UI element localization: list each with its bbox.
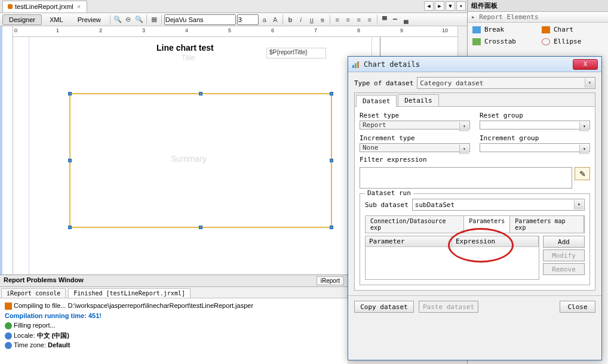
resize-handle[interactable] <box>330 92 333 95</box>
valign-top-icon[interactable]: ▀ <box>380 15 389 24</box>
log-text: Filling report... <box>14 322 56 329</box>
guide-line <box>29 37 29 274</box>
palette-item-chart[interactable]: Chart <box>538 24 607 35</box>
sub-dataset-combo[interactable]: subDataSet▾ <box>412 199 585 211</box>
font-family-select[interactable] <box>164 14 236 25</box>
title-band-label: Title <box>182 54 195 62</box>
ireport-output-tab[interactable]: iReport <box>317 276 344 285</box>
font-smaller-icon[interactable]: a <box>260 15 269 24</box>
log-text: Compiling to file... D:\workspace\jasper… <box>14 302 253 309</box>
problems-title: Report Problems Window <box>4 276 84 285</box>
palette-section-header[interactable]: ▸ Report Elements <box>468 12 608 23</box>
resize-handle[interactable] <box>68 226 72 229</box>
parameters-table[interactable]: Parameter Expression <box>365 236 539 280</box>
dialog-close-button[interactable]: X <box>573 59 598 70</box>
log-line: Compilation running time: 451! <box>5 311 343 321</box>
tab-parameters[interactable]: Parameters <box>464 216 510 233</box>
nav-menu-button[interactable]: ▾ <box>456 1 466 11</box>
expression-editor-button[interactable]: ✎ <box>575 167 590 180</box>
underline-icon[interactable]: u <box>307 15 317 24</box>
italic-icon[interactable]: i <box>296 15 306 24</box>
zoom-in-icon[interactable]: 🔍 <box>134 15 144 24</box>
type-of-dataset-label: Type of dataset <box>354 79 413 87</box>
copy-dataset-button[interactable]: Copy dataset <box>354 301 414 313</box>
nav-dropdown-button[interactable]: ▼ <box>446 1 455 11</box>
tab-dataset[interactable]: Dataset <box>356 95 397 107</box>
log-line: Locale: 中文 (中国) <box>5 331 343 341</box>
resize-handle[interactable] <box>330 226 333 229</box>
log-label: Time zone: <box>14 341 48 348</box>
resize-handle[interactable] <box>68 92 72 95</box>
resize-handle[interactable] <box>330 159 333 162</box>
svg-rect-2 <box>357 61 359 68</box>
tab-body: Reset type Report▾ Reset group ▾ Increme… <box>355 106 595 290</box>
tab-details[interactable]: Details <box>398 94 438 106</box>
tab-connection-exp[interactable]: Connection/Datasource exp <box>366 216 464 233</box>
reset-type-combo[interactable]: Report▾ <box>360 121 470 129</box>
parameter-field[interactable]: $P{reportTitle} <box>266 48 326 58</box>
resize-handle[interactable] <box>199 92 202 95</box>
strike-icon[interactable]: s <box>318 15 327 24</box>
modify-button[interactable]: Modify <box>543 249 585 261</box>
valign-bottom-icon[interactable]: ▄ <box>401 15 411 24</box>
align-left-icon[interactable]: ≡ <box>333 15 342 24</box>
close-button[interactable]: Close <box>560 301 595 313</box>
tab-nav-controls: ◀ ▶ ▼ ▾ <box>424 1 466 11</box>
bold-icon[interactable]: b <box>285 15 295 24</box>
nav-next-button[interactable]: ▶ <box>435 1 444 11</box>
dialog-title-bar[interactable]: Chart details X <box>348 57 601 72</box>
log-value: 中文 (中国) <box>37 332 69 339</box>
combo-value: None <box>363 144 379 152</box>
horizontal-ruler: 0 1 2 3 4 5 6 7 8 9 10 <box>13 26 467 37</box>
bands-icon[interactable]: ▦ <box>149 15 159 24</box>
palette-item-label: Break <box>484 26 504 33</box>
resize-handle[interactable] <box>68 159 72 162</box>
resize-handle[interactable] <box>199 226 202 229</box>
palette-item-ellipse[interactable]: Ellipse <box>538 36 607 47</box>
log-line: Filling report... <box>5 320 343 331</box>
nav-prev-button[interactable]: ◀ <box>424 1 434 11</box>
designer-view-button[interactable]: Designer <box>2 14 42 25</box>
ruler-tick: 8 <box>357 27 360 33</box>
palette-item-break[interactable]: Break <box>469 24 538 35</box>
dataset-run-tabs: Connection/Datasource exp Parameters Par… <box>365 215 585 233</box>
zoom-out-icon[interactable]: 🔍 <box>113 15 122 24</box>
ruler-tick: 6 <box>271 27 274 33</box>
reset-group-combo[interactable]: ▾ <box>480 121 590 129</box>
summary-band-label: Summary <box>171 154 207 164</box>
increment-group-combo[interactable]: ▾ <box>480 143 590 152</box>
finished-tab[interactable]: Finished [testLineReport.jrxml] <box>68 288 191 298</box>
chart-details-dialog: Chart details X Type of dataset Category… <box>348 56 602 360</box>
separator <box>146 15 147 24</box>
palette-item-crosstab[interactable]: Crosstab <box>469 36 538 47</box>
valign-middle-icon[interactable]: ━ <box>391 15 400 24</box>
close-tab-icon[interactable]: × <box>76 3 82 10</box>
file-tab[interactable]: testLineReport.jrxml × <box>2 1 87 13</box>
font-size-select[interactable] <box>237 14 259 25</box>
add-button[interactable]: Add <box>543 236 585 248</box>
console-tab[interactable]: iReport console <box>1 288 66 298</box>
log-value: Default <box>48 341 70 348</box>
xml-view-button[interactable]: XML <box>43 14 70 25</box>
zoom-reset-icon[interactable]: ⊖ <box>124 15 133 24</box>
tab-parameters-map[interactable]: Parameters map exp <box>510 216 584 233</box>
font-larger-icon[interactable]: A <box>271 15 280 24</box>
reset-type-label: Reset type <box>360 112 470 119</box>
chart-title-text[interactable]: Line chart test <box>156 43 214 53</box>
ruler-tick: 3 <box>142 27 145 33</box>
remove-button[interactable]: Remove <box>543 263 585 275</box>
dataset-run-legend: Dataset run <box>365 189 413 197</box>
type-of-dataset-combo[interactable]: Category dataset▾ <box>417 77 595 89</box>
filter-expression-input[interactable] <box>360 167 572 189</box>
paste-dataset-button[interactable]: Paste dataset <box>419 301 478 313</box>
palette-item-label: Crosstab <box>484 38 516 45</box>
align-center-icon[interactable]: ≡ <box>343 15 353 24</box>
preview-view-button[interactable]: Preview <box>71 14 108 25</box>
align-right-icon[interactable]: ≡ <box>354 15 364 24</box>
svg-rect-0 <box>352 65 354 68</box>
dataset-tabset: Dataset Details Reset type Report▾ Reset… <box>354 92 595 291</box>
increment-type-combo[interactable]: None▾ <box>360 143 470 152</box>
align-justify-icon[interactable]: ≡ <box>365 15 374 24</box>
filter-expression-label: Filter expression <box>360 156 590 164</box>
chart-icon <box>352 60 360 69</box>
